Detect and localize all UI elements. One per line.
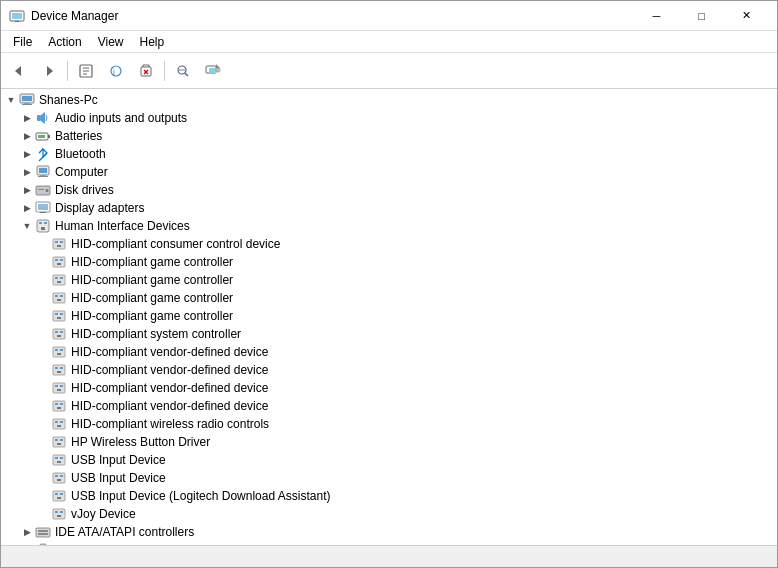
properties-button[interactable] [72, 57, 100, 85]
svg-rect-96 [55, 457, 58, 459]
svg-rect-68 [55, 331, 58, 333]
svg-rect-49 [60, 241, 63, 243]
svg-rect-52 [55, 259, 58, 261]
svg-rect-23 [216, 68, 220, 72]
tree-item-hid4[interactable]: HID-compliant game controller [1, 289, 777, 307]
device-tree[interactable]: ▼ Shanes-Pc ▶ [1, 89, 777, 545]
back-button[interactable] [5, 57, 33, 85]
svg-rect-100 [55, 475, 58, 477]
update-driver-button[interactable]: i [102, 57, 130, 85]
main-content: ▼ Shanes-Pc ▶ [1, 89, 777, 545]
ide-expand-icon[interactable]: ▶ [19, 524, 35, 540]
hid-label: Human Interface Devices [55, 219, 190, 233]
svg-rect-35 [40, 175, 46, 176]
svg-rect-31 [48, 135, 50, 138]
hid-icon [35, 218, 51, 234]
tree-item-hid5[interactable]: HID-compliant game controller [1, 307, 777, 325]
hid7-label: HID-compliant vendor-defined device [71, 345, 268, 359]
root-expand-icon[interactable]: ▼ [3, 92, 19, 108]
svg-rect-107 [53, 509, 65, 519]
tree-item-hid13[interactable]: USB Input Device [1, 451, 777, 469]
hid1-label: HID-compliant consumer control device [71, 237, 280, 251]
forward-button[interactable] [35, 57, 63, 85]
svg-rect-46 [41, 227, 45, 230]
tree-item-computer[interactable]: ▶ Computer [1, 163, 777, 181]
svg-rect-1 [12, 13, 22, 19]
computer-label: Computer [55, 165, 108, 179]
svg-rect-34 [39, 168, 47, 173]
close-button[interactable]: ✕ [724, 1, 769, 31]
svg-rect-61 [60, 295, 63, 297]
refresh-button[interactable] [199, 57, 227, 85]
hid-device-icon-11 [51, 416, 67, 432]
tree-item-hid14[interactable]: USB Input Device [1, 469, 777, 487]
tree-item-hid8[interactable]: HID-compliant vendor-defined device [1, 361, 777, 379]
svg-rect-65 [60, 313, 63, 315]
tree-item-batteries[interactable]: ▶ Batteries [1, 127, 777, 145]
svg-point-38 [46, 189, 49, 192]
svg-line-18 [185, 73, 188, 76]
svg-marker-29 [41, 112, 45, 124]
device-manager-window: Device Manager ─ □ ✕ File Action View He… [0, 0, 778, 568]
hid-device-icon-6 [51, 326, 67, 342]
svg-rect-45 [44, 222, 47, 224]
title-bar: Device Manager ─ □ ✕ [1, 1, 777, 31]
menu-action[interactable]: Action [40, 33, 89, 51]
svg-rect-47 [53, 239, 65, 249]
menu-file[interactable]: File [5, 33, 40, 51]
tree-item-hid1[interactable]: HID-compliant consumer control device [1, 235, 777, 253]
maximize-button[interactable]: □ [679, 1, 724, 31]
tree-item-hid9[interactable]: HID-compliant vendor-defined device [1, 379, 777, 397]
app-icon [9, 8, 25, 24]
tree-item-ide[interactable]: ▶ IDE ATA/ATAPI controllers [1, 523, 777, 541]
tree-item-hid11[interactable]: HID-compliant wireless radio controls [1, 415, 777, 433]
hid5-label: HID-compliant game controller [71, 309, 233, 323]
svg-rect-74 [57, 353, 61, 355]
display-icon [35, 200, 51, 216]
tree-root[interactable]: ▼ Shanes-Pc [1, 91, 777, 109]
hid-device-icon-14 [51, 470, 67, 486]
tree-item-hid7[interactable]: HID-compliant vendor-defined device [1, 343, 777, 361]
tree-item-bluetooth[interactable]: ▶ Bluetooth [1, 145, 777, 163]
menu-view[interactable]: View [90, 33, 132, 51]
svg-rect-79 [53, 383, 65, 393]
computer-expand-icon[interactable]: ▶ [19, 164, 35, 180]
scan-button[interactable] [169, 57, 197, 85]
status-bar [1, 545, 777, 567]
tree-item-hid[interactable]: ▼ Human Interface Devices [1, 217, 777, 235]
hid-device-icon-15 [51, 488, 67, 504]
disk-expand-icon[interactable]: ▶ [19, 182, 35, 198]
batteries-expand-icon[interactable]: ▶ [19, 128, 35, 144]
tree-item-display[interactable]: ▶ Display adapters [1, 199, 777, 217]
minimize-button[interactable]: ─ [634, 1, 679, 31]
svg-rect-42 [40, 212, 46, 213]
scan-icon [175, 63, 191, 79]
hid-device-icon-12 [51, 434, 67, 450]
bluetooth-expand-icon[interactable]: ▶ [19, 146, 35, 162]
tree-item-hid6[interactable]: HID-compliant system controller [1, 325, 777, 343]
computer-icon [19, 92, 35, 108]
display-expand-icon[interactable]: ▶ [19, 200, 35, 216]
hid10-label: HID-compliant vendor-defined device [71, 399, 268, 413]
tree-item-diskdrives[interactable]: ▶ Disk drives [1, 181, 777, 199]
menu-help[interactable]: Help [132, 33, 173, 51]
svg-rect-39 [38, 189, 44, 190]
toolbar: i [1, 53, 777, 89]
svg-rect-71 [53, 347, 65, 357]
tree-item-hid15[interactable]: USB Input Device (Logitech Download Assi… [1, 487, 777, 505]
tree-item-hid16[interactable]: vJoy Device [1, 505, 777, 523]
svg-rect-95 [53, 455, 65, 465]
uninstall-button[interactable] [132, 57, 160, 85]
tree-item-hid12[interactable]: HP Wireless Button Driver [1, 433, 777, 451]
hid12-label: HP Wireless Button Driver [71, 435, 210, 449]
tree-item-audio[interactable]: ▶ Audio inputs and outputs [1, 109, 777, 127]
display-label: Display adapters [55, 201, 144, 215]
hid-expand-icon[interactable]: ▼ [19, 218, 35, 234]
tree-item-hid10[interactable]: HID-compliant vendor-defined device [1, 397, 777, 415]
hid12-expand-placeholder [35, 434, 51, 450]
hid5-expand-placeholder [35, 308, 51, 324]
tree-item-hid3[interactable]: HID-compliant game controller [1, 271, 777, 289]
svg-rect-44 [39, 222, 42, 224]
tree-item-hid2[interactable]: HID-compliant game controller [1, 253, 777, 271]
audio-expand-icon[interactable]: ▶ [19, 110, 35, 126]
